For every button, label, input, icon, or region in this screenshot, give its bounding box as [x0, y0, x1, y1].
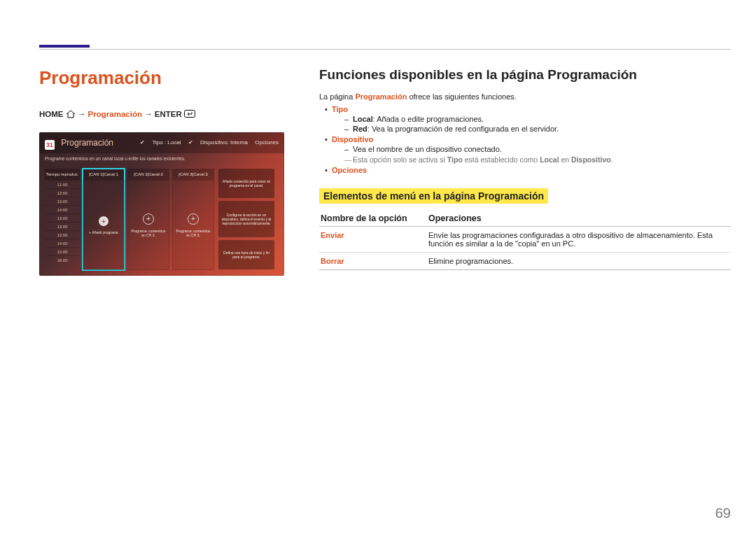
time-header: Tiempo reproduc.	[45, 169, 80, 180]
thumb-side-col: Añada contenido para crear un programa e…	[218, 169, 274, 270]
channel-body: +Programa: contenidos en CH 2.	[127, 180, 169, 270]
feature-item: Tipo Local: Añada o edite programaciones…	[319, 105, 731, 133]
arrow-icon: →	[144, 110, 155, 118]
thumb-subtitle: Programe contenidos en un canal local o …	[45, 156, 186, 161]
option-desc: Envíe las programaciones configuradas a …	[427, 227, 731, 253]
channel-header: [CAN 1]Canal 1	[83, 169, 125, 180]
channel-body: +Programa: contenidos en CH 3.	[172, 180, 214, 270]
screenshot-thumbnail: 31 Programación ✔ Tipo : Local ✔ Disposi…	[39, 132, 284, 276]
feature-list: Tipo Local: Añada o edite programaciones…	[319, 105, 731, 174]
left-column: Programación HOME → Programación → ENTER…	[39, 67, 298, 276]
options-table: Nombre de la opción Operaciones Enviar E…	[319, 211, 731, 270]
feature-sub: Vea el nombre de un dispositivo conectad…	[332, 145, 731, 153]
side-hint: Añada contenido para crear un programa e…	[218, 169, 274, 198]
time-row: 16:00	[45, 255, 80, 264]
channel-column: [CAN 3]Canal 3+Programa: contenidos en C…	[172, 169, 214, 270]
time-column: Tiempo reproduc. 11:0012:0013:0014:0013:…	[45, 169, 80, 270]
time-row: 11:00	[45, 180, 80, 188]
channel-body: ++ Añadir programa	[83, 180, 125, 270]
intro-text: La página Programación ofrece las siguie…	[319, 92, 731, 101]
plus-icon: +	[188, 213, 199, 225]
option-desc: Elimine programaciones.	[427, 253, 731, 270]
time-row: 13:00	[45, 213, 80, 222]
page-number: 69	[715, 505, 731, 521]
channel-column: [CAN 1]Canal 1++ Añadir programa	[83, 169, 125, 270]
option-name: Enviar	[319, 227, 427, 253]
feature-item: Opciones	[319, 166, 731, 174]
home-icon	[66, 110, 76, 120]
breadcrumb: HOME → Programación → ENTER	[39, 110, 298, 120]
time-row: 14:00	[45, 205, 80, 213]
thumb-top-right: ✔ Tipo : Local ✔ Dispositivo: Interna Op…	[134, 132, 279, 153]
main-content: Programación HOME → Programación → ENTER…	[39, 67, 731, 534]
breadcrumb-mid: Programación	[88, 110, 142, 118]
channel-caption: Programa: contenidos en CH 2.	[128, 229, 169, 237]
side-hint: Configure la acción en un dispositivo, d…	[218, 201, 274, 237]
thumb-header: 31 Programación ✔ Tipo : Local ✔ Disposi…	[39, 132, 284, 153]
channel-caption: Programa: contenidos en CH 3.	[173, 229, 214, 237]
channel-column: [CAN 2]Canal 2+Programa: contenidos en C…	[127, 169, 169, 270]
subsection-heading: Funciones disponibles en la página Progr…	[319, 67, 731, 83]
time-row: 12:00	[45, 230, 80, 239]
option-name: Borrar	[319, 253, 427, 270]
thumb-title: Programación	[61, 138, 113, 148]
time-row: 15:00	[45, 247, 80, 255]
th-option-name: Nombre de la opción	[319, 211, 427, 227]
side-hint: Defina una hora de inicio y fin para el …	[218, 240, 274, 269]
thumb-disp: ✔ Dispositivo: Interna	[188, 139, 248, 146]
section-title: Programación	[39, 67, 298, 89]
time-row: 13:00	[45, 222, 80, 230]
time-row: 12:00	[45, 188, 80, 197]
plus-icon: +	[143, 213, 154, 225]
page-accent-bar	[39, 45, 90, 48]
calendar-icon: 31	[45, 140, 55, 150]
breadcrumb-home: HOME	[39, 110, 64, 118]
table-row: Borrar Elimine programaciones.	[319, 253, 731, 270]
top-divider	[39, 49, 731, 50]
right-column: Funciones disponibles en la página Progr…	[319, 67, 731, 270]
table-row: Enviar Envíe las programaciones configur…	[319, 227, 731, 253]
subsection2-heading: Elementos de menú en la página Programac…	[319, 188, 548, 204]
thumb-opciones: Opciones	[255, 139, 279, 146]
feature-note: Esta opción solo se activa si Tipo está …	[332, 155, 731, 164]
channel-header: [CAN 3]Canal 3	[172, 169, 214, 180]
time-row: 13:00	[45, 197, 80, 205]
time-row: 14:00	[45, 239, 80, 247]
channel-header: [CAN 2]Canal 2	[127, 169, 169, 180]
feature-item: Dispositivo Vea el nombre de un disposit…	[319, 135, 731, 164]
thumb-tipo: ✔ Tipo : Local	[140, 139, 181, 146]
arrow-icon: →	[78, 110, 88, 118]
th-operations: Operaciones	[427, 211, 731, 227]
feature-sub: Red: Vea la programación de red configur…	[332, 125, 731, 133]
channel-caption: + Añadir programa	[88, 230, 119, 234]
enter-icon	[184, 110, 195, 120]
plus-icon: +	[99, 216, 108, 226]
thumb-grid: Tiempo reproduc. 11:0012:0013:0014:0013:…	[45, 169, 279, 270]
breadcrumb-enter: ENTER	[155, 110, 182, 118]
feature-sub: Local: Añada o edite programaciones.	[332, 115, 731, 123]
